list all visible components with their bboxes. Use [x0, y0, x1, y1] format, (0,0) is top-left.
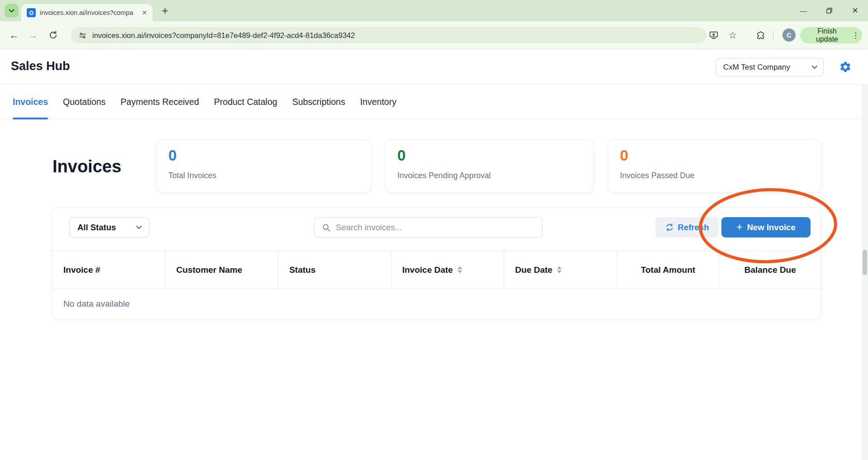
toolbar-divider — [773, 30, 773, 40]
refresh-label: Refresh — [678, 223, 709, 232]
new-tab-button[interactable]: + — [162, 2, 168, 19]
url-bar[interactable]: invoices.xion.ai/invoices?companyId=81e7… — [71, 27, 706, 43]
nav-tab-label: Quotations — [63, 97, 105, 107]
empty-state-text: No data available — [63, 299, 130, 309]
empty-state-row: No data available — [52, 289, 821, 319]
stat-value: 0 — [620, 147, 810, 164]
active-tab-underline — [13, 118, 48, 119]
search-input[interactable] — [336, 223, 535, 232]
extensions-button[interactable] — [751, 21, 768, 49]
finish-update-button[interactable]: Finish update ⋮ — [800, 27, 862, 43]
column-header-status: Status — [278, 251, 391, 289]
stat-card-pending-approval: 0 Invoices Pending Approval — [385, 139, 594, 193]
stat-card-total-invoices: 0 Total Invoices — [156, 139, 372, 193]
nav-tab-invoices[interactable]: Invoices — [13, 85, 48, 119]
install-app-button[interactable] — [705, 21, 722, 49]
column-header-balance-due: Balance Due — [719, 251, 821, 289]
restore-icon — [826, 7, 833, 14]
url-text: invoices.xion.ai/invoices?companyId=81e7… — [92, 31, 355, 40]
browser-tab[interactable]: invoices.xion.ai/invoices?compa ✕ — [21, 4, 153, 21]
main-nav: Invoices Quotations Payments Received Pr… — [0, 85, 868, 119]
window-controls: — ✕ — [791, 0, 868, 21]
search-icon — [322, 223, 331, 232]
page-scrollbar-thumb[interactable] — [863, 250, 867, 275]
nav-tab-product-catalog[interactable]: Product Catalog — [214, 85, 277, 119]
nav-tab-subscriptions[interactable]: Subscriptions — [292, 85, 345, 119]
column-header-due-date[interactable]: Due Date — [504, 251, 617, 289]
nav-tab-label: Subscriptions — [292, 97, 345, 107]
column-label: Invoice # — [63, 265, 100, 275]
minimize-button[interactable]: — — [791, 0, 816, 21]
new-invoice-button[interactable]: + New Invoice — [721, 217, 811, 237]
app-header: Sales Hub CxM Test Company — [0, 49, 868, 85]
finish-update-label: Finish update — [806, 27, 849, 43]
reload-button[interactable] — [44, 21, 62, 49]
chevron-down-icon — [136, 225, 142, 229]
plus-icon: + — [736, 222, 742, 232]
stat-label: Invoices Pending Approval — [397, 171, 582, 180]
column-label: Status — [289, 265, 315, 275]
invoices-panel: All Status Refresh + New Invoice Invoice… — [52, 207, 821, 319]
column-header-invoice-number: Invoice # — [52, 251, 166, 289]
stat-card-passed-due: 0 Invoices Passed Due — [608, 139, 822, 193]
browser-tab-strip: invoices.xion.ai/invoices?compa ✕ + — ✕ — [0, 0, 868, 21]
column-label: Total Amount — [641, 265, 695, 275]
site-settings-icon[interactable] — [78, 31, 87, 40]
gear-icon — [839, 61, 853, 73]
company-selector-value: CxM Test Company — [723, 63, 809, 72]
nav-tab-label: Payments Received — [120, 97, 199, 107]
nav-tab-label: Inventory — [360, 97, 396, 107]
profile-avatar[interactable]: C — [782, 28, 796, 42]
site-favicon-icon — [27, 8, 36, 17]
tab-search-button[interactable] — [5, 4, 19, 18]
refresh-button[interactable]: Refresh — [655, 217, 719, 237]
browser-menu-button[interactable]: ⋮ — [852, 32, 859, 39]
nav-tab-quotations[interactable]: Quotations — [63, 85, 105, 119]
sort-icon[interactable] — [557, 266, 562, 273]
column-header-customer-name: Customer Name — [166, 251, 279, 289]
back-button[interactable]: ← — [5, 21, 23, 49]
chevron-down-icon — [811, 65, 818, 69]
install-icon — [709, 30, 719, 40]
company-selector[interactable]: CxM Test Company — [716, 58, 824, 76]
stat-label: Invoices Passed Due — [620, 171, 810, 180]
status-filter-value: All Status — [77, 223, 116, 232]
browser-toolbar: ← → invoices.xion.ai/invoices?companyId=… — [0, 21, 868, 49]
chevron-down-icon — [9, 9, 14, 13]
close-window-button[interactable]: ✕ — [842, 0, 868, 21]
forward-button[interactable]: → — [24, 21, 42, 49]
bookmark-button[interactable]: ☆ — [724, 21, 741, 49]
column-label: Due Date — [515, 265, 552, 275]
reload-icon — [48, 30, 58, 40]
nav-tab-inventory[interactable]: Inventory — [360, 85, 396, 119]
status-filter-select[interactable]: All Status — [69, 217, 149, 237]
search-box[interactable] — [314, 217, 543, 237]
column-header-total-amount: Total Amount — [617, 251, 720, 289]
stat-label: Total Invoices — [168, 171, 359, 180]
tab-title: invoices.xion.ai/invoices?compa — [40, 9, 138, 16]
nav-tab-label: Product Catalog — [214, 97, 277, 107]
app-title: Sales Hub — [11, 59, 70, 73]
maximize-restore-button[interactable] — [816, 0, 842, 21]
refresh-icon — [665, 223, 674, 232]
column-label: Customer Name — [176, 265, 243, 275]
table-header-row: Invoice # Customer Name Status Invoice D… — [52, 251, 821, 289]
settings-button[interactable] — [839, 60, 853, 74]
nav-tab-payments-received[interactable]: Payments Received — [120, 85, 199, 119]
nav-tab-label: Invoices — [13, 97, 48, 107]
new-invoice-label: New Invoice — [747, 223, 796, 232]
column-header-invoice-date[interactable]: Invoice Date — [391, 251, 505, 289]
page-scrollbar-track — [862, 84, 868, 460]
column-label: Balance Due — [744, 265, 796, 275]
sort-icon[interactable] — [458, 266, 462, 273]
stat-value: 0 — [168, 147, 359, 164]
puzzle-icon — [755, 30, 765, 40]
page-title: Invoices — [52, 157, 121, 176]
stat-value: 0 — [397, 147, 582, 164]
column-label: Invoice Date — [402, 265, 453, 275]
tab-close-button[interactable]: ✕ — [142, 9, 147, 16]
